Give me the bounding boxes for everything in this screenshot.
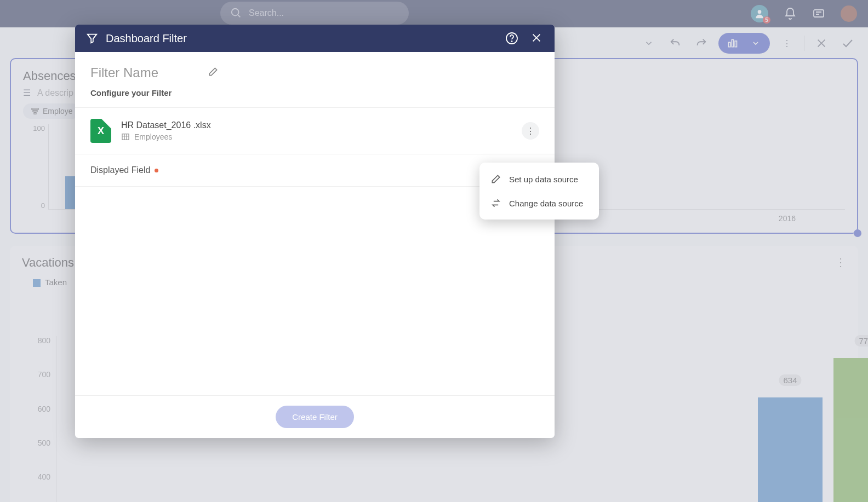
svg-point-13	[511, 41, 512, 42]
modal-title: Dashboard Filter	[106, 32, 187, 45]
data-source-menu-button[interactable]: ⋮	[522, 122, 539, 140]
excel-file-icon: X	[90, 119, 111, 143]
data-source-row: X HR Dataset_2016 .xlsx Employees ⋮	[75, 107, 555, 154]
dashboard-filter-modal: Dashboard Filter Configure your Filter X…	[75, 25, 555, 438]
swap-icon	[490, 198, 501, 209]
configure-label: Configure your Filter	[75, 88, 555, 107]
table-icon	[121, 132, 130, 141]
data-source-context-menu: Set up data source Change data source	[479, 163, 599, 220]
create-filter-button[interactable]: Create Filter	[276, 406, 354, 428]
modal-header: Dashboard Filter	[75, 25, 555, 52]
required-dot-icon	[155, 169, 158, 172]
menu-setup-data-source[interactable]: Set up data source	[479, 167, 599, 191]
svg-rect-16	[122, 134, 129, 140]
data-source-filename: HR Dataset_2016 .xlsx	[121, 120, 211, 130]
displayed-field-label: Displayed Field	[90, 165, 150, 175]
help-icon[interactable]	[505, 32, 518, 45]
close-icon[interactable]	[530, 32, 544, 45]
menu-change-data-source[interactable]: Change data source	[479, 191, 599, 215]
pencil-icon[interactable]	[208, 66, 219, 79]
pencil-icon	[490, 174, 501, 184]
filter-name-input[interactable]	[90, 65, 200, 80]
data-source-sheet: Employees	[134, 132, 172, 141]
funnel-icon	[86, 32, 98, 44]
